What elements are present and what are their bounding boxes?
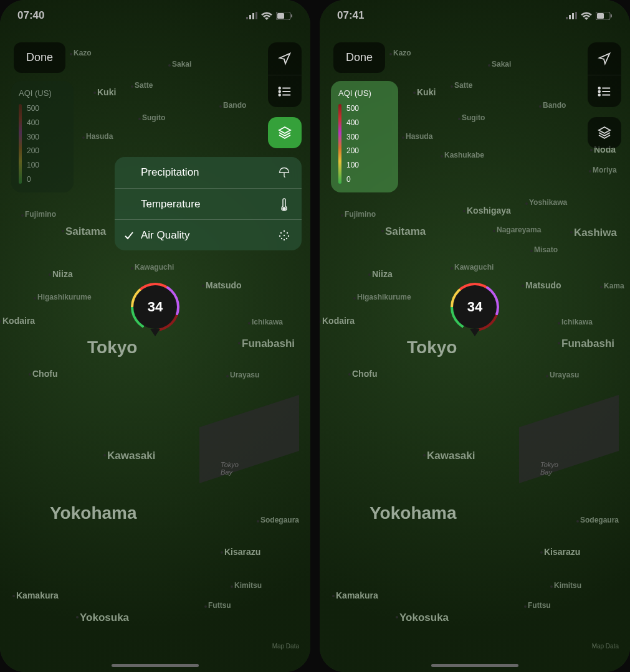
layers-menu: Precipitation Temperature Air Quality (115, 157, 302, 250)
city-dot (463, 210, 465, 212)
city-dot (522, 285, 524, 287)
city-dot (368, 273, 371, 276)
city-label: Bando (223, 101, 246, 110)
home-indicator[interactable] (431, 664, 518, 667)
legend-tick: 100 (346, 161, 359, 169)
city-label: Bando (543, 101, 566, 110)
aqi-pin[interactable]: 34 (133, 285, 177, 336)
list-button[interactable] (268, 75, 302, 107)
city-label: Futtsu (208, 601, 231, 610)
legend-tick: 300 (346, 133, 359, 141)
legend-tick: 300 (27, 133, 39, 141)
city-label: Kimitsu (234, 581, 262, 590)
layers-button[interactable] (588, 117, 621, 148)
city-label: Satte (454, 81, 472, 90)
city-label: Chofu (352, 369, 377, 379)
city-label: Kazo (393, 49, 411, 57)
svg-rect-24 (569, 15, 571, 19)
menu-item-temperature[interactable]: Temperature (115, 188, 302, 219)
city-label: Kawasaki (107, 450, 156, 462)
cellular-icon (566, 12, 577, 19)
city-dot (423, 454, 426, 457)
legend-tick: 500 (27, 104, 39, 113)
legend-tick: 500 (346, 104, 359, 113)
aqi-pin[interactable]: 34 (453, 285, 497, 336)
city-dot (413, 92, 416, 94)
city-dot (590, 149, 593, 151)
aqi-legend: AQI (US) 500 400 300 200 100 0 (11, 81, 74, 192)
menu-item-precipitation[interactable]: Precipitation (115, 157, 302, 188)
umbrella-icon (277, 166, 292, 179)
wifi-icon (581, 12, 592, 20)
menu-item-air-quality[interactable]: Air Quality (115, 219, 302, 250)
city-label: Kimitsu (554, 581, 581, 590)
city-label: Futtsu (528, 601, 551, 610)
city-label: Yokosuka (80, 612, 129, 624)
aqi-legend: AQI (US) 500 400 300 200 100 0 (331, 81, 398, 192)
svg-point-18 (284, 234, 285, 235)
city-dot (441, 155, 443, 158)
city-label: Matsudo (206, 280, 242, 290)
city-dot (530, 250, 533, 252)
legend-ticks: 500 400 300 200 100 0 (27, 104, 39, 184)
legend-title: AQI (US) (19, 88, 65, 98)
list-button[interactable] (588, 75, 621, 107)
city-dot (525, 202, 528, 205)
city-label: Saitama (385, 225, 426, 238)
city-label: Chofu (32, 369, 57, 379)
city-dot (34, 297, 36, 300)
legend-tick: 400 (27, 118, 39, 127)
battery-icon (596, 12, 613, 20)
city-label: Hasuda (86, 132, 113, 141)
legend-tick: 200 (27, 146, 39, 155)
done-button[interactable]: Done (14, 42, 65, 73)
city-dot (402, 136, 404, 139)
city-label: Tokyo (407, 338, 457, 357)
svg-rect-2 (252, 13, 254, 19)
svg-point-20 (281, 237, 282, 239)
home-indicator[interactable] (112, 664, 199, 667)
city-label: Kisarazu (544, 547, 580, 557)
legend-tick: 0 (27, 175, 39, 184)
legend-tick: 100 (27, 161, 39, 169)
locate-button[interactable] (268, 42, 302, 75)
locate-button[interactable] (588, 42, 621, 75)
city-label: Sugito (462, 113, 485, 122)
top-controls (588, 42, 621, 107)
city-label: Higashikurume (37, 293, 92, 301)
check-icon (122, 230, 136, 240)
menu-label: Air Quality (141, 229, 277, 242)
city-label: Kamakura (16, 590, 59, 600)
city-dot (524, 605, 527, 608)
svg-point-15 (280, 232, 282, 233)
status-bar: 07:41 (320, 0, 630, 31)
bay-label: Tokyo Bay (221, 461, 239, 476)
map-data-link[interactable]: Map Data (272, 643, 299, 650)
svg-rect-0 (246, 17, 248, 19)
wifi-icon (261, 12, 272, 20)
city-dot (168, 64, 171, 67)
city-label: Kashukabe (444, 151, 484, 159)
city-label: Higashikurume (357, 293, 411, 301)
city-label: Sodegaura (260, 516, 299, 524)
city-dot (320, 320, 321, 323)
city-dot (558, 342, 560, 344)
city-label: Funabashi (561, 338, 614, 350)
city-label: Saitama (65, 225, 106, 238)
city-dot (341, 214, 343, 217)
city-label: Hasuda (406, 132, 432, 141)
layers-button[interactable] (268, 117, 302, 148)
city-label: Koshigaya (467, 206, 511, 215)
city-label: Satte (135, 81, 153, 90)
svg-point-13 (283, 207, 285, 210)
city-label: Fujimino (345, 210, 376, 219)
done-button[interactable]: Done (333, 42, 385, 73)
city-label: Kodaira (2, 316, 35, 326)
svg-point-30 (598, 87, 600, 89)
map-data-link[interactable]: Map Data (592, 643, 619, 650)
city-dot (600, 286, 603, 288)
status-icons (566, 12, 613, 20)
svg-rect-3 (255, 12, 257, 19)
city-dot (131, 267, 133, 270)
svg-point-32 (598, 90, 600, 92)
